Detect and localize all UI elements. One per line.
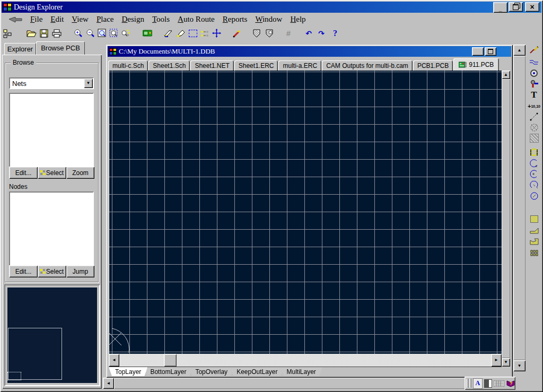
full-circle-icon[interactable]: [528, 190, 540, 201]
nets-edit-button[interactable]: Edit...: [9, 167, 38, 179]
layer-tab-bottomlayer[interactable]: BottomLayer: [144, 367, 192, 376]
tab-explorer[interactable]: Explorer: [4, 43, 36, 55]
mdi-hscrollbar[interactable]: ◄: [103, 378, 513, 389]
zoom-out-icon[interactable]: [85, 28, 95, 39]
nodes-jump-button[interactable]: Jump: [66, 265, 94, 277]
place-track-icon[interactable]: [528, 56, 540, 67]
shield-paste-icon[interactable]: [251, 28, 262, 39]
menu-tools[interactable]: Tools: [152, 15, 170, 24]
layer-tab-topoverlay[interactable]: TopOverlay: [189, 367, 234, 376]
menu-file[interactable]: File: [30, 15, 42, 24]
doc-hscrollbar[interactable]: ◄ ►: [109, 354, 502, 367]
doc-minimize-button[interactable]: _: [472, 47, 484, 56]
layer-tab-multilayer[interactable]: MultiLayer: [281, 367, 322, 376]
doc-tab-multi-a-erc[interactable]: multi-a.ERC: [278, 60, 321, 71]
place-origin-icon[interactable]: [528, 122, 540, 133]
doc-tab-cam-outputs[interactable]: CAM Outputs for multi-b.cam: [322, 60, 413, 71]
nodes-listbox[interactable]: [9, 191, 94, 266]
system-menu-arrow-icon[interactable]: [9, 17, 23, 23]
menu-view[interactable]: View: [72, 15, 89, 24]
doc-tab-911-pcb[interactable]: 911.PCB: [453, 58, 499, 71]
menu-edit[interactable]: Edit: [50, 15, 64, 24]
grid-icon[interactable]: #: [283, 28, 294, 39]
minimize-button[interactable]: _: [493, 2, 507, 13]
zoom-selection-icon[interactable]: [120, 28, 130, 39]
menu-reports[interactable]: Reports: [223, 15, 248, 24]
menu-window[interactable]: Window: [255, 15, 282, 24]
layer-tab-toplayer[interactable]: TopLayer: [109, 367, 147, 376]
place-dimension-icon[interactable]: [528, 111, 540, 122]
combo-dropdown-button[interactable]: ▼: [84, 79, 93, 88]
mdi-vscroll-thumb[interactable]: [513, 56, 526, 360]
select-area-icon[interactable]: [188, 28, 198, 39]
doc-scroll-down-button[interactable]: ▼: [502, 358, 510, 367]
doc-hscroll-thumb[interactable]: [164, 354, 177, 367]
ime-keyboard-button[interactable]: [494, 379, 504, 388]
doc-scroll-right-button[interactable]: ►: [491, 354, 502, 367]
zoom-document-icon[interactable]: [97, 28, 107, 39]
arc-by-center-icon[interactable]: [528, 169, 540, 179]
ime-grip-handle[interactable]: [469, 379, 472, 388]
restore-button[interactable]: [509, 2, 523, 12]
browse-category-value[interactable]: Nets: [9, 77, 94, 89]
mdi-scroll-left-button[interactable]: ◄: [103, 378, 114, 389]
doc-tab-multi-c-sch[interactable]: multi-c.Sch: [108, 60, 148, 71]
close-button[interactable]: ×: [525, 2, 539, 12]
ime-toolbar[interactable]: A ?: [465, 377, 515, 390]
doc-tab-sheet1-net[interactable]: Sheet1.NET: [190, 60, 233, 71]
doc-vscroll-thumb[interactable]: [502, 79, 510, 358]
cutter-icon[interactable]: [163, 28, 174, 39]
arc-any-angle-icon[interactable]: [528, 180, 540, 190]
open-document-icon[interactable]: [26, 28, 37, 39]
paste-array-icon[interactable]: [528, 248, 540, 258]
place-room-icon[interactable]: [528, 133, 540, 143]
minimap[interactable]: [7, 288, 97, 383]
interactive-routing-icon[interactable]: [528, 45, 540, 55]
menu-help[interactable]: Help: [290, 15, 305, 24]
doc-restore-button[interactable]: [485, 47, 496, 56]
doc-tab-pcb1-pcb[interactable]: PCB1.PCB: [413, 60, 453, 71]
nodes-select-button[interactable]: Select: [38, 265, 66, 277]
browse-category-combo[interactable]: Nets ▼: [9, 77, 94, 89]
place-string-icon[interactable]: T: [528, 90, 540, 100]
screen-capture-icon[interactable]: [142, 28, 153, 39]
minimap-viewport-rect[interactable]: [7, 372, 21, 380]
doc-scroll-up-button[interactable]: ▲: [502, 71, 510, 79]
document-titlebar[interactable]: C:\My Documents\MULTI-1.DDB _: [108, 46, 511, 57]
mdi-scroll-down-button[interactable]: ▼: [513, 360, 526, 371]
zoom-in-icon[interactable]: [73, 28, 83, 39]
design-manager-icon[interactable]: [3, 28, 13, 39]
arc-by-edge-icon[interactable]: [528, 158, 540, 169]
highlight-icon[interactable]: [176, 28, 186, 39]
print-icon[interactable]: [51, 28, 62, 39]
wizard-icon[interactable]: [231, 28, 242, 39]
menu-auto-route[interactable]: Auto Route: [178, 15, 215, 24]
tab-browse-pcb[interactable]: Browse PCB: [36, 41, 85, 55]
place-coordinate-icon[interactable]: +10,10: [528, 101, 540, 111]
nodes-edit-button[interactable]: Edit...: [9, 265, 38, 277]
undo-icon[interactable]: ↶: [303, 28, 314, 39]
place-pad-icon[interactable]: [528, 68, 540, 79]
nets-zoom-button[interactable]: Zoom: [66, 167, 94, 179]
zoom-area-icon[interactable]: [108, 28, 119, 39]
save-icon[interactable]: [39, 28, 49, 39]
nets-select-button[interactable]: Select: [38, 167, 66, 179]
deselect-icon[interactable]: [199, 28, 210, 39]
doc-tab-sheet1-sch[interactable]: Sheet1.Sch: [148, 60, 190, 71]
ime-help-book-button[interactable]: ?: [506, 379, 515, 388]
polygon-plane-icon[interactable]: [528, 225, 540, 236]
redo-icon[interactable]: ↷: [316, 28, 327, 39]
help-icon[interactable]: ?: [330, 28, 340, 39]
app-titlebar[interactable]: Design Explorer _ ×: [2, 2, 541, 13]
doc-scroll-left-button[interactable]: ◄: [109, 354, 119, 367]
ime-fullwidth-button[interactable]: [484, 379, 492, 388]
nets-listbox[interactable]: [9, 93, 94, 168]
pcb-canvas[interactable]: [109, 71, 502, 354]
place-fill-icon[interactable]: [528, 214, 540, 224]
split-plane-icon[interactable]: [528, 236, 540, 247]
mdi-scroll-up-button[interactable]: ▲: [513, 45, 526, 56]
layer-tab-keepoutlayer[interactable]: KeepOutLayer: [230, 367, 284, 376]
shield-query-icon[interactable]: [264, 28, 275, 39]
mdi-vscrollbar[interactable]: ▲ ▼: [513, 45, 526, 371]
ime-grip-handle[interactable]: [466, 379, 469, 388]
